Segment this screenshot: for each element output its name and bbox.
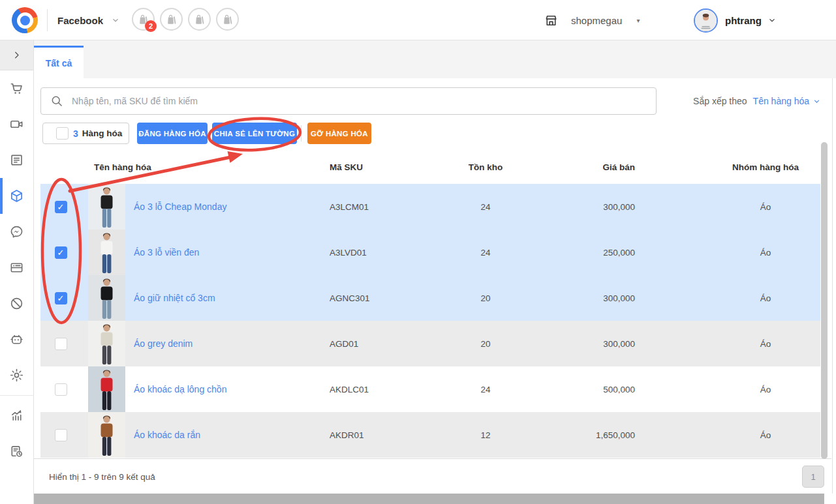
tab-all[interactable]: Tất cả [34,46,84,78]
product-price: 250,000 [531,248,645,258]
product-sku: AKDR01 [316,430,440,440]
user-menu[interactable]: phtrang [694,0,777,40]
row-checkbox[interactable] [55,292,67,304]
sidebar-items [0,70,33,469]
table-row[interactable]: Áo 3 lỗ Cheap Monday A3LCM01 24 300,000 … [40,184,820,230]
dropdown-caret-icon: ▾ [636,17,640,24]
product-sku: AGD01 [316,339,440,349]
selection-summary[interactable]: 3 Hàng hóa [42,123,129,144]
app-logo-icon[interactable] [12,7,38,33]
tab-label: Tất cả [46,58,72,68]
sidebar-item-video[interactable] [0,106,33,142]
report-history-icon [9,444,24,459]
product-price: 300,000 [531,202,645,212]
analytics-chart-icon [9,408,24,423]
product-photo[interactable] [88,412,125,458]
shopping-bag-icon [193,13,206,25]
share-to-wall-button[interactable]: CHIA SẺ LÊN TƯỜNG [212,123,297,144]
product-photo[interactable] [88,184,125,230]
select-all-checkbox[interactable] [56,127,69,140]
column-header-group: Nhóm hàng hóa [645,162,820,172]
blocked-icon [9,296,24,311]
product-stock: 24 [440,202,531,212]
product-price: 300,000 [531,339,645,349]
sidebar-divider [0,395,33,396]
sort-value: Tên hàng hóa [753,96,809,106]
page-icon-2[interactable] [160,8,183,31]
sidebar-collapse-button[interactable] [0,40,33,70]
shop-name: shopmegau [571,15,622,26]
product-name[interactable]: Áo khoác dạ lông chồn [134,384,226,394]
platform-label: Facebook [57,15,103,26]
post-products-button[interactable]: ĐĂNG HÀNG HÓA [137,123,208,144]
table-row[interactable]: Áo khoác da rắn AKDR01 12 1,650,000 Áo [40,412,820,458]
table-header: Tên hàng hóa Mã SKU Tồn kho Giá bán Nhóm… [40,150,820,184]
product-name[interactable]: Áo grey denim [134,338,193,349]
row-checkbox[interactable] [55,338,67,350]
sidebar-item-news[interactable] [0,142,33,178]
search-icon [50,95,63,108]
product-sku: A3LCM01 [316,202,440,212]
page-icon-4[interactable] [216,8,239,31]
sidebar-item-blocked[interactable] [0,286,33,321]
sidebar [0,40,34,504]
sidebar-item-products-box[interactable] [0,178,33,214]
sidebar-item-cart[interactable] [0,70,33,106]
row-checkbox[interactable] [55,201,67,213]
remove-products-button[interactable]: GỠ HÀNG HÓA [307,123,371,144]
product-photo[interactable] [88,275,125,321]
footer: Hiển thị 1 - 9 trên 9 kết quả 1 [34,458,831,494]
search-box [40,87,657,115]
product-name[interactable]: Áo khoác da rắn [134,430,200,440]
product-stock: 24 [440,248,531,258]
sidebar-item-report-history[interactable] [0,434,33,469]
shopping-bag-icon [221,13,234,25]
product-photo[interactable] [88,230,125,275]
product-group: Áo [645,339,820,349]
platform-selector[interactable]: Facebook [57,0,120,40]
product-group: Áo [645,202,820,212]
page-icon-1[interactable]: 2 [132,8,155,31]
product-group: Áo [645,293,820,303]
selection-count: 3 [73,128,78,139]
results-summary: Hiển thị 1 - 9 trên 9 kết quả [49,459,155,494]
row-checkbox[interactable] [55,429,67,441]
header-divider [47,9,48,31]
product-name[interactable]: Áo giữ nhiệt cổ 3cm [134,293,215,303]
row-checkbox[interactable] [55,383,67,396]
tab-bar: Tất cả [34,40,836,78]
page-icon-3[interactable] [188,8,211,31]
product-sku: A3LVD01 [316,248,440,258]
avatar [694,8,718,33]
video-icon [9,117,24,132]
sidebar-item-messenger[interactable] [0,214,33,250]
topbar: Facebook 2 shopmegau ▾ phtrang [0,0,836,40]
sort-value-dropdown[interactable]: Tên hàng hóa [753,96,821,106]
search-input[interactable] [72,88,656,114]
row-checkbox[interactable] [55,246,67,259]
sidebar-item-settings-gear[interactable] [0,357,33,393]
product-name[interactable]: Áo 3 lỗ viền đen [134,247,199,258]
sidebar-item-id-card[interactable] [0,250,33,286]
vertical-scrollbar[interactable] [821,142,828,459]
table-row[interactable]: Áo khoác dạ lông chồn AKDLC01 24 500,000… [40,366,820,412]
settings-gear-icon [9,368,24,383]
column-header-price: Giá bán [531,162,645,172]
page-1-button[interactable]: 1 [802,466,824,488]
column-header-sku: Mã SKU [316,162,440,172]
product-sku: AGNC301 [316,293,440,303]
table-row[interactable]: Áo giữ nhiệt cổ 3cm AGNC301 20 300,000 Á… [40,275,820,321]
product-stock: 12 [440,430,531,440]
messenger-icon [9,224,24,239]
shop-selector[interactable]: shopmegau ▾ [544,0,640,40]
product-name[interactable]: Áo 3 lỗ Cheap Monday [134,201,226,212]
table-row[interactable]: Áo grey denim AGD01 20 300,000 Áo [40,321,820,366]
product-photo[interactable] [88,366,125,412]
product-sku: AKDLC01 [316,385,440,394]
bot-icon [9,332,24,347]
table-row[interactable]: Áo 3 lỗ viền đen A3LVD01 24 250,000 Áo [40,230,820,275]
store-icon [544,13,559,28]
sidebar-item-bot[interactable] [0,321,33,357]
product-photo[interactable] [88,321,125,366]
sidebar-item-analytics-chart[interactable] [0,398,33,434]
